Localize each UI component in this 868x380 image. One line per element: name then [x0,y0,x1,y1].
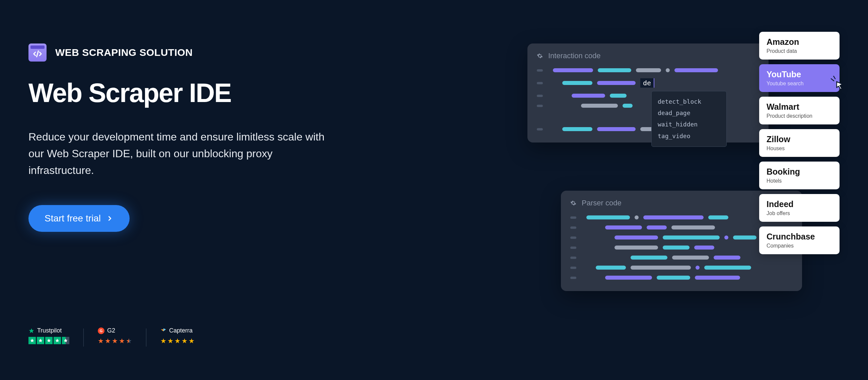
template-cards: Amazon Product data YouTube Youtube sear… [759,32,840,254]
capterra-stars: ★★★★★ [160,337,194,345]
autocomplete-item[interactable]: wait_hidden [658,119,720,130]
divider [146,329,146,347]
template-card-indeed[interactable]: Indeed Job offers [759,194,840,222]
template-card-crunchbase[interactable]: Crunchbase Companies [759,227,840,254]
svg-marker-4 [47,339,51,342]
svg-marker-1 [29,328,34,333]
card-sub: Product data [767,48,832,54]
card-title: Zillow [767,135,832,144]
eyebrow: WEB SCRAPING SOLUTION [28,43,337,62]
card-title: Amazon [767,37,832,47]
eyebrow-label: WEB SCRAPING SOLUTION [55,47,193,58]
svg-line-0 [37,51,38,57]
g2-stars: ★★★★★ [98,337,132,345]
card-sub: Hotels [767,178,832,184]
autocomplete-popup[interactable]: detect_block dead_page wait_hidden tag_v… [651,91,727,147]
chevron-right-icon [106,215,114,222]
page-title: Web Scraper IDE [28,80,337,106]
svg-line-11 [843,77,845,80]
trustpilot-icon [28,328,34,334]
capterra-label: Capterra [169,327,192,334]
card-title: Indeed [767,199,832,209]
panel-parser-title: Parser code [582,199,622,207]
trustpilot-stars [28,337,69,344]
template-card-booking[interactable]: Booking Hotels [759,162,840,189]
typed-input: de [640,78,654,88]
review-capterra[interactable]: Capterra ★★★★★ [160,327,194,345]
review-trustpilot[interactable]: Trustpilot [28,327,69,344]
card-title: Crunchbase [767,232,832,242]
trustpilot-label: Trustpilot [37,327,62,334]
autocomplete-item[interactable]: tag_video [658,131,720,142]
review-g2[interactable]: G G2 ★★★★★ [98,327,132,345]
cursor-click-icon [830,75,849,91]
card-title: Booking [767,167,832,177]
panel-interaction-code: Interaction code de detect_block dead_pa… [527,43,769,142]
divider [83,329,84,347]
svg-line-10 [834,76,836,79]
autocomplete-item[interactable]: dead_page [658,107,720,119]
gear-icon [537,53,543,59]
page-subtext: Reduce your development time and ensure … [28,129,330,179]
template-card-zillow[interactable]: Zillow Houses [759,129,840,157]
svg-marker-6 [64,339,68,342]
card-sub: Companies [767,243,832,249]
card-title: YouTube [767,70,832,79]
svg-line-9 [831,79,834,81]
svg-marker-3 [38,339,42,342]
card-sub: Product description [767,113,832,119]
card-sub: Houses [767,145,832,151]
card-title: Walmart [767,102,832,112]
autocomplete-item[interactable]: detect_block [658,96,720,107]
panel-interaction-title: Interaction code [548,51,601,60]
svg-marker-5 [55,339,59,342]
svg-marker-8 [163,328,166,331]
code-icon [28,43,46,62]
start-free-trial-button[interactable]: Start free trial [28,205,130,232]
reviews-row: Trustpilot G G2 ★★★★★ [28,327,337,347]
card-sub: Job offers [767,210,832,216]
g2-icon: G [98,327,104,334]
svg-marker-2 [30,339,34,342]
template-card-walmart[interactable]: Walmart Product description [759,97,840,125]
template-card-amazon[interactable]: Amazon Product data [759,32,840,60]
svg-marker-7 [161,329,164,331]
gear-icon [570,200,576,206]
svg-line-12 [844,80,848,81]
capterra-icon [160,328,166,334]
template-card-youtube[interactable]: YouTube Youtube search [759,64,840,92]
card-sub: Youtube search [767,81,832,87]
g2-label: G2 [107,327,115,334]
cta-label: Start free trial [44,213,101,224]
